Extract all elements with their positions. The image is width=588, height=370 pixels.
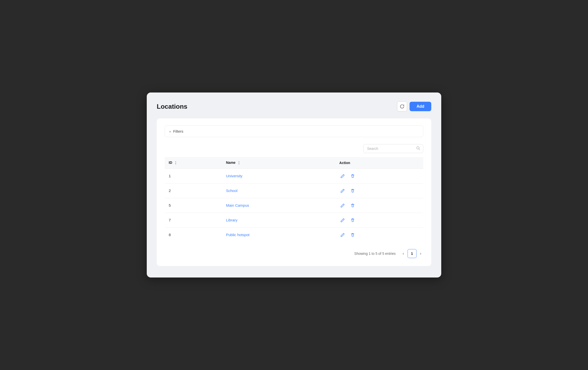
cell-id: 5 xyxy=(165,198,222,213)
page-header: Locations Add xyxy=(157,101,431,111)
pagination-info: Showing 1 to 5 of 5 entries xyxy=(354,252,396,256)
cell-name[interactable]: Public hotspot xyxy=(222,227,335,242)
edit-icon xyxy=(340,233,345,237)
action-buttons xyxy=(339,202,419,209)
cell-id: 8 xyxy=(165,227,222,242)
filters-label: Filters xyxy=(173,129,183,133)
chevron-right-icon: › xyxy=(420,251,421,256)
refresh-button[interactable] xyxy=(397,101,407,111)
page-title: Locations xyxy=(157,103,187,110)
cell-action xyxy=(335,198,423,213)
cell-name[interactable]: Main Campus xyxy=(222,198,335,213)
name-sort-arrows: ▲ ▼ xyxy=(238,161,240,165)
cell-action xyxy=(335,183,423,198)
delete-button[interactable] xyxy=(349,187,356,194)
pagination-prev-button[interactable]: ‹ xyxy=(401,250,406,257)
edit-button[interactable] xyxy=(339,173,346,179)
search-input[interactable] xyxy=(363,144,423,153)
chevron-left-icon: ‹ xyxy=(403,251,404,256)
pagination-nav: ‹ 1 › xyxy=(401,249,423,258)
table-header-row: ID ▲ ▼ Name ▲ ▼ Action xyxy=(165,157,423,169)
cell-id: 1 xyxy=(165,169,222,183)
locations-table: ID ▲ ▼ Name ▲ ▼ Action xyxy=(165,157,423,242)
filters-bar[interactable]: › Filters xyxy=(165,125,423,137)
delete-button[interactable] xyxy=(349,232,356,238)
edit-button[interactable] xyxy=(339,187,346,194)
cell-action xyxy=(335,169,423,183)
delete-button[interactable] xyxy=(349,217,356,223)
column-header-id[interactable]: ID ▲ ▼ xyxy=(165,157,222,169)
filters-chevron-icon: › xyxy=(169,129,171,133)
delete-icon xyxy=(350,218,355,222)
table-row: 5Main Campus xyxy=(165,198,423,213)
pagination-area: Showing 1 to 5 of 5 entries ‹ 1 › xyxy=(165,249,423,258)
cell-name[interactable]: University xyxy=(222,169,335,183)
table-toolbar xyxy=(165,144,423,153)
cell-id: 2 xyxy=(165,183,222,198)
action-buttons xyxy=(339,217,419,223)
edit-button[interactable] xyxy=(339,217,346,223)
edit-icon xyxy=(340,218,345,222)
delete-button[interactable] xyxy=(349,173,356,179)
action-buttons xyxy=(339,232,419,238)
header-actions: Add xyxy=(397,101,431,111)
action-buttons xyxy=(339,187,419,194)
refresh-icon xyxy=(400,104,405,109)
action-buttons xyxy=(339,173,419,179)
column-header-name[interactable]: Name ▲ ▼ xyxy=(222,157,335,169)
edit-button[interactable] xyxy=(339,202,346,209)
edit-icon xyxy=(340,203,345,208)
pagination-next-button[interactable]: › xyxy=(418,250,423,257)
column-header-action: Action xyxy=(335,157,423,169)
cell-name[interactable]: Library xyxy=(222,213,335,227)
edit-icon xyxy=(340,174,345,178)
cell-name[interactable]: School xyxy=(222,183,335,198)
table-row: 8Public hotspot xyxy=(165,227,423,242)
edit-icon xyxy=(340,188,345,193)
table-row: 2School xyxy=(165,183,423,198)
cell-action xyxy=(335,227,423,242)
cell-action xyxy=(335,213,423,227)
delete-icon xyxy=(350,188,355,193)
cell-id: 7 xyxy=(165,213,222,227)
delete-icon xyxy=(350,203,355,208)
delete-icon xyxy=(350,174,355,178)
locations-window: Locations Add › Filters xyxy=(147,92,441,278)
add-button[interactable]: Add xyxy=(410,102,431,111)
current-page-number: 1 xyxy=(408,249,417,258)
id-sort-arrows: ▲ ▼ xyxy=(175,161,177,165)
edit-button[interactable] xyxy=(339,232,346,238)
content-area: › Filters ID ▲ xyxy=(157,118,431,266)
table-row: 1University xyxy=(165,169,423,183)
search-icon xyxy=(416,146,420,151)
delete-button[interactable] xyxy=(349,202,356,209)
search-wrapper xyxy=(363,144,423,153)
table-row: 7Library xyxy=(165,213,423,227)
table-body: 1University2School5Main Campus7Library8P… xyxy=(165,169,423,242)
delete-icon xyxy=(350,233,355,237)
